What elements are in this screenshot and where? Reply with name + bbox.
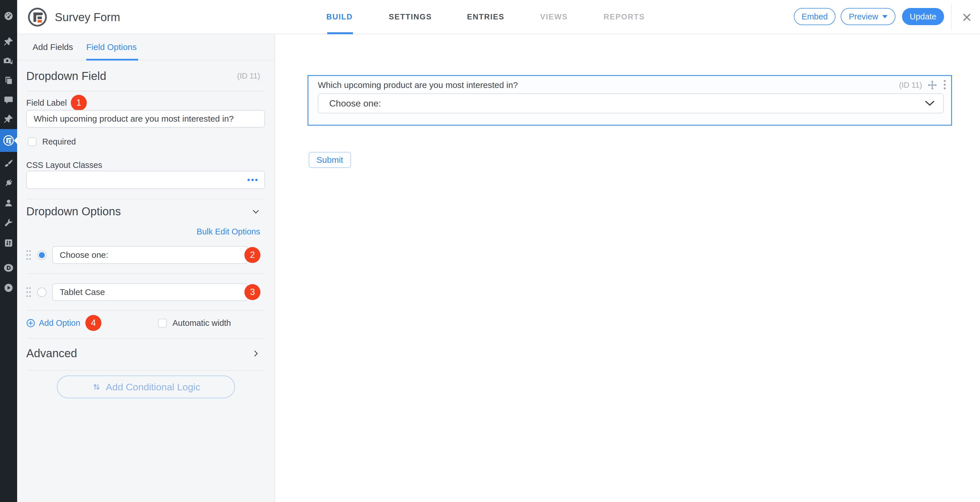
step-badge-3: 3	[244, 284, 261, 300]
formidable-logo	[27, 7, 48, 27]
field-preview-label: Which upcoming product are you most inte…	[318, 80, 899, 90]
step-badge-4: 4	[85, 315, 101, 331]
select-chevron-down-icon	[925, 100, 935, 106]
divi-icon[interactable]	[3, 262, 14, 273]
field-label-label: Field Label	[26, 98, 67, 108]
active-menu-arrow	[14, 137, 17, 144]
required-row: Required	[28, 137, 76, 146]
media-icon[interactable]	[3, 56, 14, 67]
add-conditional-logic-button[interactable]: Add Conditional Logic	[57, 375, 235, 398]
css-classes-label-text: CSS Layout Classes	[26, 160, 102, 170]
tab-entries[interactable]: ENTRIES	[467, 0, 504, 34]
chevron-right-icon	[251, 349, 260, 358]
option-row-2: 3	[26, 283, 265, 301]
formidable-logo-icon	[3, 135, 14, 146]
appearance-brush-icon[interactable]	[3, 158, 14, 169]
update-button[interactable]: Update	[902, 8, 944, 25]
selected-field-preview[interactable]: Which upcoming product are you most inte…	[307, 75, 952, 126]
step-badge-2: 2	[244, 247, 261, 263]
embed-label: Embed	[802, 12, 828, 21]
field-options-panel: Add Fields Field Options Dropdown Field …	[17, 34, 275, 502]
panel-tabs: Add Fields Field Options	[17, 34, 274, 60]
option-1-radio[interactable]	[37, 250, 46, 260]
field-preview-header: Which upcoming product are you most inte…	[318, 79, 946, 91]
divider	[26, 199, 265, 199]
field-preview-id: (ID 11)	[899, 81, 922, 90]
chevron-down-icon	[251, 207, 260, 216]
step-badge-1: 1	[71, 95, 87, 111]
dropdown-field-select[interactable]: Choose one:	[318, 94, 944, 113]
drag-handle-icon[interactable]	[26, 286, 31, 298]
field-menu-kebab-icon[interactable]	[944, 79, 946, 91]
comments-icon[interactable]	[3, 95, 14, 106]
dropdown-selected-value: Choose one:	[329, 98, 381, 109]
option-2-input[interactable]	[52, 283, 248, 301]
tools-wrench-icon[interactable]	[3, 218, 14, 229]
builder-header: Survey Form BUILD SETTINGS ENTRIES VIEWS…	[17, 0, 980, 34]
advanced-heading-row[interactable]: Advanced	[26, 347, 260, 360]
posts-pin-icon[interactable]	[3, 36, 14, 47]
preview-button[interactable]: Preview	[841, 8, 896, 25]
add-conditional-logic-label: Add Conditional Logic	[106, 381, 200, 392]
automatic-width-label: Automatic width	[172, 318, 231, 328]
drag-handle-icon[interactable]	[26, 249, 31, 261]
divider	[26, 91, 265, 91]
video-play-icon[interactable]	[3, 283, 14, 293]
submit-button[interactable]: Submit	[309, 152, 351, 168]
tab-reports[interactable]: REPORTS	[604, 0, 645, 34]
option-row-1: 2	[26, 246, 265, 264]
panel-tab-underline	[86, 59, 138, 60]
css-classes-field: •••	[26, 171, 265, 189]
required-checkbox[interactable]	[28, 137, 37, 146]
active-tab-underline	[327, 32, 353, 34]
automatic-width-checkbox[interactable]	[158, 319, 167, 327]
sidebar-item-formidable-active[interactable]	[0, 129, 17, 152]
plugins-plug-icon[interactable]	[3, 178, 14, 189]
automatic-width-row: Automatic width	[158, 318, 231, 328]
dropdown-options-heading-row[interactable]: Dropdown Options	[26, 205, 260, 218]
option-2-radio[interactable]	[37, 288, 46, 297]
preview-caret-icon	[882, 15, 888, 18]
field-id-label: (ID 11)	[237, 71, 260, 81]
tab-field-options[interactable]: Field Options	[86, 34, 137, 60]
dashboard-icon[interactable]	[3, 11, 14, 21]
settings-sliders-icon[interactable]	[3, 238, 14, 248]
embed-button[interactable]: Embed	[794, 8, 835, 25]
ellipsis-button[interactable]: •••	[247, 176, 259, 184]
submit-label: Submit	[317, 155, 343, 165]
required-label: Required	[42, 137, 76, 146]
option-1-input[interactable]	[52, 246, 248, 264]
bulk-edit-link[interactable]: Bulk Edit Options	[197, 227, 260, 237]
divider	[26, 273, 265, 274]
css-classes-label: CSS Layout Classes	[26, 159, 102, 171]
bulk-edit-row: Bulk Edit Options	[26, 227, 260, 237]
wp-admin-sidebar	[0, 0, 17, 502]
tab-settings[interactable]: SETTINGS	[389, 0, 432, 34]
advanced-heading: Advanced	[26, 347, 77, 360]
add-option-row: Add Option 4 Automatic width	[26, 315, 265, 331]
tab-add-fields[interactable]: Add Fields	[33, 34, 73, 60]
page-title: Survey Form	[55, 0, 120, 34]
divider	[26, 370, 265, 371]
move-icon[interactable]	[927, 80, 937, 90]
plus-circle-icon	[26, 319, 35, 327]
field-type-heading-row: Dropdown Field (ID 11)	[26, 70, 260, 83]
dropdown-options-heading: Dropdown Options	[26, 205, 121, 218]
tab-build[interactable]: BUILD	[326, 0, 353, 34]
conditional-logic-icon	[92, 382, 101, 392]
pin-icon[interactable]	[3, 114, 14, 124]
field-label-input[interactable]	[26, 110, 265, 128]
css-classes-input[interactable]	[26, 171, 265, 189]
pages-icon[interactable]	[3, 75, 14, 86]
field-type-heading: Dropdown Field	[26, 70, 106, 83]
divider	[26, 310, 265, 311]
add-option-link[interactable]: Add Option	[39, 318, 80, 328]
users-icon[interactable]	[3, 198, 14, 208]
preview-label: Preview	[849, 12, 878, 21]
tab-views[interactable]: VIEWS	[540, 0, 568, 34]
close-icon[interactable]: ×	[962, 9, 972, 25]
update-label: Update	[910, 12, 937, 21]
formidable-form-builder: Survey Form BUILD SETTINGS ENTRIES VIEWS…	[0, 0, 980, 502]
field-label-row: Field Label 1	[26, 94, 87, 111]
divider	[26, 338, 265, 339]
